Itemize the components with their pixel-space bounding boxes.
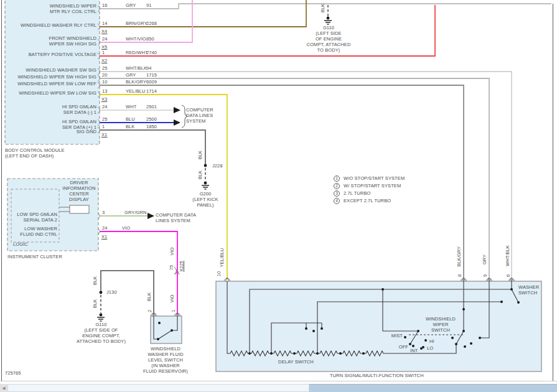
cluster-signal-label: LOW SPD GMLAN SERIAL DATA 2 (6, 212, 57, 223)
bcm-signal-label: HI SPD GMLAN SER DATA (-) 1 (3, 104, 96, 115)
wire-color: BRN/GRY (126, 21, 147, 26)
washer-switch-label: WASHER SWITCH (518, 284, 539, 296)
wire-color: GRY (126, 2, 136, 8)
wire-color-vertical: BLK (198, 157, 203, 192)
pin-number: 14 (102, 21, 108, 26)
bcm-signal-label: WINDSHIELD WIPER SW LOW SIG (3, 90, 96, 96)
pin-number-vertical: 6 (506, 258, 511, 293)
wire-blk-1850 (100, 130, 205, 165)
junction-j228-dot (204, 164, 207, 167)
circuit-number: 2740 (146, 50, 157, 55)
ground-g110-top-label: G110 (LEFT SIDE OF ENGINE COMPT, ATTACHE… (297, 25, 360, 53)
washer-fluid-switch-label: WINDSHIELD WASHER FLUID LEVEL SWITCH (IN… (134, 346, 197, 374)
ground-symbols (97, 17, 332, 321)
legend-num-icon: 2 (334, 183, 340, 189)
ground-g200-label: G200 (LEFT KICK PANEL) (184, 191, 227, 208)
circuit-number: 2500 (146, 116, 157, 122)
circuit-number: 6009 (146, 79, 157, 85)
wiper-switch-label: WINDSHIELD WIPER SWITCH (418, 316, 463, 333)
connector-label: X2 (101, 58, 107, 63)
wiper-position-lo: LO (427, 345, 433, 351)
wiper-position-int: INT (410, 348, 418, 353)
arrow-wht-2501 (174, 107, 180, 113)
bcm-signal-label: FRONT WINDSHIELD WIPER SW HIGH SIG (3, 35, 96, 47)
pin-number: 1 (102, 50, 105, 55)
circuit-number: 2268 (146, 21, 157, 26)
circuit-number: 91 (146, 2, 152, 8)
circuit-number: 94 (146, 65, 152, 71)
bcm-signal-label: WINDSHIELD WASHER SW SIG (3, 67, 96, 73)
connector-label: X4 (101, 29, 107, 34)
junction-j130-label: J130 (106, 289, 117, 295)
circuit-number: 1850 (146, 124, 157, 129)
wire-color: WHT/BLK (126, 65, 147, 71)
pin-number: 25 (102, 116, 108, 122)
wire-color: GRY (126, 72, 136, 78)
wire-blk-gry-6009 (100, 85, 464, 279)
dic-display-label: DRIVER INFORMATION CENTER DISPLAY (55, 180, 103, 202)
connector-label: X1 (101, 132, 107, 138)
bcm-signal-label: WINDSHIELD WIPER SW LOW REF (3, 81, 96, 86)
computer-data-lines-label: COMPUTER DATA LINES SYSTEM (156, 212, 196, 223)
computer-data-lines-label: COMPUTER DATA LINES SYSTEM (186, 107, 213, 124)
pin-number-vertical: 2 (147, 294, 152, 329)
bcm-signal-label: WINDSHIELD WIPER SW HIGH SIG (3, 74, 96, 80)
circuit-number: 1714 (146, 88, 157, 94)
pin-number-vertical: 8 (457, 258, 462, 293)
pin-number: 13 (102, 88, 108, 94)
ground-g110-bottom (97, 314, 105, 321)
connector-label: X5 (101, 44, 107, 50)
connector-label: X3 (101, 96, 107, 102)
wire-color: WHT (126, 104, 136, 110)
wire-color-vertical: BLK (93, 286, 98, 321)
bcm-signal-label: WINDSHIELD WIPER MTR RLY COIL CTRL (3, 3, 96, 14)
pin-number: 3 (102, 210, 105, 215)
scrollbar-left-button[interactable]: ◀ (0, 384, 7, 392)
wiper-position-mist: MIST (386, 333, 403, 338)
wire-color: WHT/VIO (126, 36, 146, 42)
dic-display-box (70, 205, 89, 213)
circuit-number: 850 (146, 36, 154, 42)
viewer-left-border (1, 0, 2, 381)
pin-number: 1 (102, 124, 105, 129)
bcm-name-label: BODY CONTROL MODULE (LEFT END OF DASH) (5, 147, 65, 159)
connector-name-vertical: X225 (179, 249, 184, 284)
wire-color: BLK/GRY (126, 79, 146, 85)
bcm-signal-label: SIG GND (3, 129, 96, 134)
wire-color: YEL/BLU (126, 88, 146, 94)
delay-switch-label: DELAY SWITCH (266, 359, 325, 365)
connector-pin-vertical: 75 (169, 250, 174, 285)
wire-color: BLU (126, 116, 135, 122)
legend-num-icon: 4 (334, 198, 340, 204)
arrow-gry-grn (147, 213, 154, 219)
pin-number: 24 (102, 36, 108, 42)
legend-item: W/O STOP/START SYSTEM (344, 175, 405, 181)
pin-number: 24 (102, 225, 108, 231)
pin-number: 20 (102, 72, 108, 78)
wire-color: GRY/GRN (124, 210, 147, 215)
legend-num-icon: 3 (334, 190, 340, 197)
pin-number: 25 (102, 65, 108, 71)
pin-number-vertical: 9 (483, 258, 488, 293)
pin-number: 10 (102, 79, 108, 85)
wire-color: VIO (122, 225, 130, 231)
pin-number: 24 (102, 104, 108, 110)
viewer-bottom-border (0, 381, 557, 381)
junction-j130-dot (100, 291, 103, 294)
wire-color-vertical: BLK (321, 0, 325, 26)
scrollbar-thumb[interactable] (7, 384, 309, 392)
wire-red-wht-2740 (100, 5, 435, 56)
wire-gry-91 (100, 4, 551, 9)
instrument-cluster-label: INSTRUMENT CLUSTER (7, 254, 62, 259)
junction-j228-label: J228 (212, 163, 223, 169)
wire-wht-blk-94 (100, 72, 512, 279)
legend-num-icon: 1 (334, 175, 340, 182)
wiper-position-off: OFF (393, 344, 408, 350)
turn-signal-switch-label: TURN SIGNAL/MULTI-FUNCTION SWITCH (330, 373, 424, 378)
arrow-blu-2500 (174, 119, 180, 126)
pin-number-vertical: 1 (171, 294, 176, 329)
legend-item: 2.7L TURBO (344, 190, 371, 196)
wire-gry-1715 (100, 78, 489, 279)
ground-g110-bottom-label: G110 (LEFT SIDE OF ENGINE COMPT, ATTACHE… (62, 322, 140, 344)
wiper-position-hi: HI (429, 338, 434, 344)
